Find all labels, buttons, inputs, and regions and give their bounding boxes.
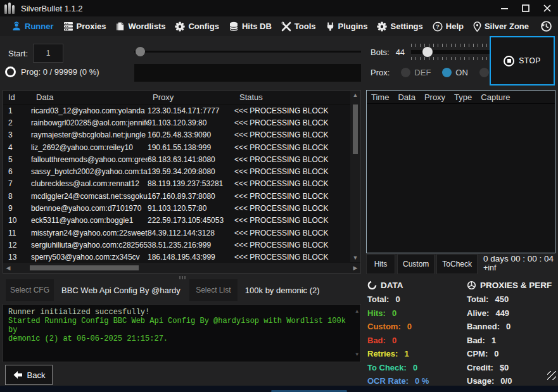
scroll-right-icon[interactable]: ▶: [350, 265, 360, 271]
menu-item-plugins[interactable]: Plugins: [326, 22, 368, 32]
table-row[interactable]: 8mcdiggler24@comcast.net:ssgoku4167.160.…: [3, 190, 350, 202]
table-row[interactable]: 5falloutthreemods@yahoo.com:green68.183.…: [3, 153, 350, 165]
prog-label: Prog:: [21, 67, 41, 77]
table-row[interactable]: 6sassy_byotch2002@yahoo.com:tabb139.59.3…: [3, 165, 350, 177]
stat-row: OCR Rate:0 %: [367, 376, 429, 386]
start-input[interactable]: [33, 44, 63, 63]
maximize-icon[interactable]: [515, 0, 536, 16]
scroll-up-icon[interactable]: ▲: [353, 91, 358, 99]
menu-item-tools[interactable]: Tools: [281, 22, 316, 32]
hscroll-thumb[interactable]: [30, 265, 139, 270]
svg-text:?: ?: [436, 23, 440, 30]
progress-slider[interactable]: [134, 47, 361, 56]
select-list-button[interactable]: Select List: [189, 279, 238, 301]
row-data: liz_2692@yahoo.com:reiley10: [31, 143, 148, 152]
row-data: raymajester@sbcglobal.net:jungle: [31, 130, 148, 139]
menu-item-settings[interactable]: Settings: [377, 22, 422, 32]
tab-hits[interactable]: Hits: [366, 254, 395, 274]
log-lines: Runner initialized succesfully!Started R…: [8, 308, 355, 343]
start-label: Start:: [8, 49, 28, 58]
row-status: <<< PROCESSING BLOCK: [234, 192, 350, 201]
minimize-icon[interactable]: [493, 0, 515, 16]
menu-item-help[interactable]: ?Help: [433, 22, 464, 32]
history-icon[interactable]: [538, 20, 554, 34]
row-proxy: 84.39.112.144:3128: [148, 229, 234, 237]
wordlist-table-header: IdDataProxyStatus: [3, 91, 360, 104]
row-status: <<< PROCESSING BLOCK: [234, 241, 350, 250]
bots-slider[interactable]: [411, 44, 492, 60]
stat-row: Total:450: [467, 294, 552, 304]
progress-bar: [134, 64, 361, 82]
menu-item-silver-zone[interactable]: Silver Zone: [473, 22, 529, 32]
hits-panel-header: TimeDataProxyTypeCapture: [367, 91, 555, 104]
table-row[interactable]: 13sperry503@yahoo.com:zx345cv186.148.195…: [3, 251, 350, 262]
select-cfg-button[interactable]: Select CFG: [6, 279, 54, 301]
menu-item-proxies[interactable]: Proxies: [63, 22, 106, 32]
row-data: mcdiggler24@comcast.net:ssgoku4: [31, 192, 148, 201]
log-scroll-up-icon[interactable]: ▲: [355, 307, 358, 316]
row-id: 9: [8, 204, 31, 213]
hitsdb-icon: [229, 22, 239, 32]
stat-label: Banned:: [467, 322, 500, 331]
stat-row: Banned:0: [467, 322, 552, 331]
prox-option-on[interactable]: ON: [442, 68, 468, 77]
row-proxy: 68.183.63.141:8080: [148, 155, 234, 164]
row-id: 7: [8, 179, 31, 188]
table-row[interactable]: 3raymajester@sbcglobal.net:jungle160.25.…: [3, 129, 350, 141]
menu-item-runner[interactable]: Runner: [11, 22, 54, 32]
stat-label: Custom:: [367, 322, 401, 331]
plugins-icon: [326, 22, 335, 32]
table-row[interactable]: 12sergiuhiliuta@yahoo.com:c282565938.51.…: [3, 239, 350, 251]
row-id: 2: [8, 118, 31, 127]
pin-icon: [473, 22, 481, 32]
table-row[interactable]: 4liz_2692@yahoo.com:reiley10190.61.55.13…: [3, 141, 350, 153]
row-id: 3: [8, 130, 31, 139]
table-row[interactable]: 1ricard03_12@yahoo.com:yolanda123.30.154…: [3, 104, 350, 117]
stat-value: 0: [506, 322, 510, 331]
tab-tocheck[interactable]: ToCheck: [436, 254, 478, 274]
scroll-down-icon[interactable]: ▼: [353, 253, 358, 262]
back-button[interactable]: Back: [5, 365, 53, 385]
scroll-left-icon[interactable]: ◀: [3, 265, 13, 271]
menu-item-hits-db[interactable]: Hits DB: [229, 22, 272, 32]
log-scroll-down-icon[interactable]: ▼: [355, 350, 358, 359]
stop-button[interactable]: STOP: [490, 36, 555, 85]
data-stats-rows: Total:0Hits:0Custom:0Bad:0Retries:1To Ch…: [367, 294, 429, 386]
table-row[interactable]: 2rainbowgrl020285@aol.com:jennife91.103.…: [3, 117, 350, 129]
window-controls: [493, 0, 558, 16]
settings-icon: [377, 22, 387, 32]
row-data: clubreckless@aol.com:rennat12: [31, 179, 148, 188]
table-row[interactable]: 7clubreckless@aol.com:rennat1288.119.139…: [3, 178, 350, 190]
stat-label: Retries:: [367, 349, 398, 358]
radio-icon: [479, 68, 489, 77]
hits-tabs-row: HitsCustomToCheck 0 days 00 : 00 : 04 +i…: [366, 254, 555, 275]
row-status: <<< PROCESSING BLOCK: [234, 204, 350, 213]
table-row[interactable]: 9bdennoe@yahoo.com:d710197091.103.120.57…: [3, 202, 350, 214]
row-status: <<< PROCESSING BLOCK: [234, 118, 350, 127]
table-row[interactable]: 11misstyran24@yahoo.com:22sweets84.39.11…: [3, 227, 350, 239]
menu-item-wordlists[interactable]: Wordlists: [115, 22, 165, 32]
stat-label: To Check:: [367, 363, 407, 372]
row-proxy: 190.61.55.138:999: [148, 143, 234, 152]
stat-label: Total:: [467, 294, 488, 304]
prog-radio-icon[interactable]: [5, 66, 16, 77]
row-proxy: 88.119.139.237:53281: [148, 179, 234, 188]
prox-option-def[interactable]: DEF: [401, 68, 431, 77]
menu-item-configs[interactable]: Configs: [175, 22, 219, 32]
prox-radio-group: Prox: DEFONOFF: [371, 68, 509, 77]
tab-custom[interactable]: Custom: [397, 254, 434, 274]
resize-grip-icon[interactable]: [547, 371, 556, 380]
close-icon[interactable]: [536, 0, 558, 16]
progress-slider-knob[interactable]: [136, 47, 145, 56]
table-row[interactable]: 10eck5311@yahoo.com:boggie1222.59.173.10…: [3, 215, 350, 227]
stat-value: 449: [495, 308, 509, 318]
table-vertical-scrollbar[interactable]: ▲ ▼: [350, 91, 360, 262]
eta-timer: +inf: [483, 263, 554, 273]
table-horizontal-scrollbar[interactable]: ◀ ▶: [3, 263, 360, 273]
data-stats-title: DATA: [381, 281, 403, 290]
stop-icon: [504, 56, 514, 66]
vscroll-thumb[interactable]: [353, 104, 358, 154]
row-data: ricard03_12@yahoo.com:yolanda: [31, 106, 148, 115]
proxies-stats-block: PROXIES & PERF Total:450Alive:449Banned:…: [467, 281, 552, 390]
bots-slider-knob[interactable]: [422, 47, 433, 57]
